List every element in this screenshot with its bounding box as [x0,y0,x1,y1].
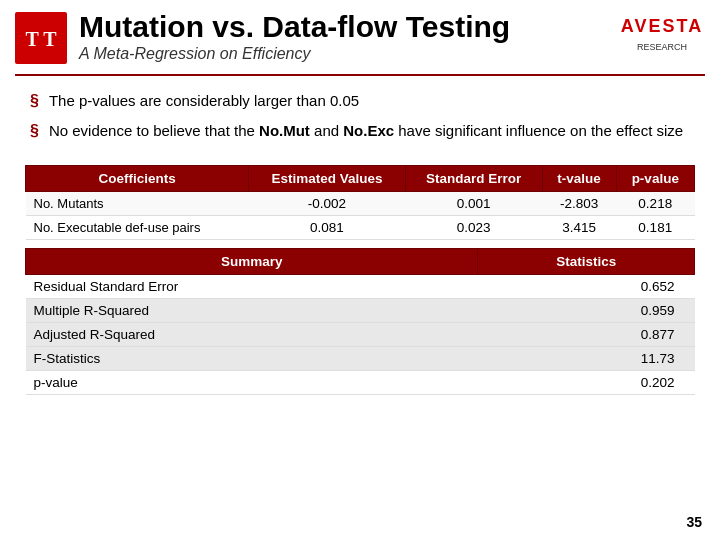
p-value-col-header: p-value [616,165,694,191]
stat-value-3: 0.877 [478,322,695,346]
coeff-tvalue-2: 3.415 [542,215,616,239]
coeff-pvalue-1: 0.218 [616,191,694,215]
summary-col-header: Summary [26,248,478,274]
bullet-text-1: The p-values are considerably larger tha… [49,90,359,111]
bullet-item-1: § The p-values are considerably larger t… [30,90,690,112]
bullet-text-2: No evidence to believe that the No.Mut a… [49,120,683,141]
coeff-estimated-1: -0.002 [249,191,405,215]
stat-row-5: p-value 0.202 [26,370,695,394]
page-title: Mutation vs. Data-flow Testing [79,10,608,43]
coefficients-header-row: Coefficients Estimated Values Standard E… [26,165,695,191]
stat-value-5: 0.202 [478,370,695,394]
bold-no-exc: No.Exc [343,122,394,139]
stat-value-4: 11.73 [478,346,695,370]
coeff-col-header: Coefficients [26,165,249,191]
coeff-estimated-2: 0.081 [249,215,405,239]
avesta-logo: AVESTA RESEARCH [620,10,705,62]
stat-name-2: Multiple R-Squared [26,298,478,322]
header-divider [15,74,705,76]
bullet-symbol-1: § [30,90,39,112]
bullet-list: § The p-values are considerably larger t… [0,82,720,161]
summary-table: Summary Statistics Residual Standard Err… [25,248,695,395]
coeff-name-1: No. Mutants [26,191,249,215]
stat-row-3: Adjusted R-Squared 0.877 [26,322,695,346]
coeff-row-2: No. Executable def-use pairs 0.081 0.023… [26,215,695,239]
t-value-col-header: t-value [542,165,616,191]
summary-header-row: Summary Statistics [26,248,695,274]
page-header: T T Mutation vs. Data-flow Testing A Met… [0,0,720,68]
header-text-block: Mutation vs. Data-flow Testing A Meta-Re… [79,10,608,63]
svg-text:AVESTA: AVESTA [621,16,703,36]
stat-name-3: Adjusted R-Squared [26,322,478,346]
page-subtitle: A Meta-Regression on Efficiency [79,45,608,63]
stat-name-4: F-Statistics [26,346,478,370]
tables-container: Coefficients Estimated Values Standard E… [0,161,720,405]
estimated-col-header: Estimated Values [249,165,405,191]
stat-row-2: Multiple R-Squared 0.959 [26,298,695,322]
stat-row-4: F-Statistics 11.73 [26,346,695,370]
bullet-symbol-2: § [30,120,39,142]
coeff-stderr-1: 0.001 [405,191,542,215]
stat-name-1: Residual Standard Error [26,274,478,298]
coeff-stderr-2: 0.023 [405,215,542,239]
svg-text:RESEARCH: RESEARCH [637,42,687,52]
stat-name-5: p-value [26,370,478,394]
coeff-row-1: No. Mutants -0.002 0.001 -2.803 0.218 [26,191,695,215]
svg-text:T T: T T [26,28,58,50]
texas-tech-logo: T T [15,12,67,64]
bold-no-mut: No.Mut [259,122,310,139]
page-number: 35 [686,514,702,530]
stat-value-2: 0.959 [478,298,695,322]
stat-row-1: Residual Standard Error 0.652 [26,274,695,298]
statistics-col-header: Statistics [478,248,695,274]
coeff-pvalue-2: 0.181 [616,215,694,239]
std-error-col-header: Standard Error [405,165,542,191]
stat-value-1: 0.652 [478,274,695,298]
coeff-name-2: No. Executable def-use pairs [26,215,249,239]
coeff-tvalue-1: -2.803 [542,191,616,215]
bullet-item-2: § No evidence to believe that the No.Mut… [30,120,690,142]
coefficients-table: Coefficients Estimated Values Standard E… [25,165,695,240]
